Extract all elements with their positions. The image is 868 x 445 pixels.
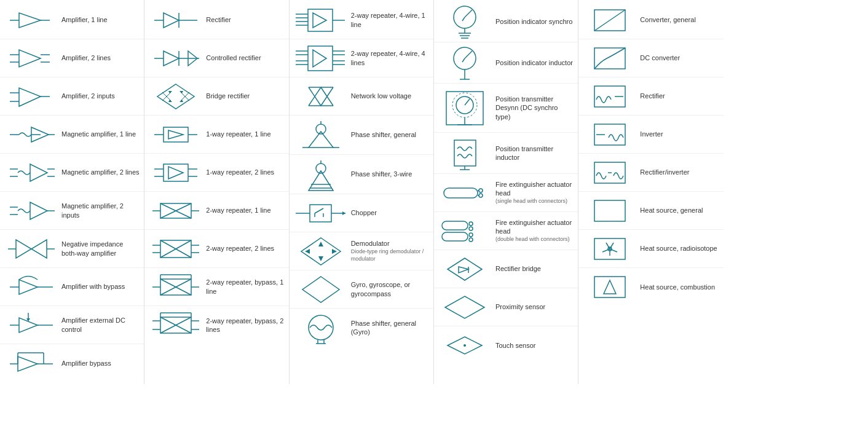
label-contrectifier: Controlled rectifier bbox=[203, 53, 285, 62]
svg-line-154 bbox=[462, 17, 465, 21]
symbol-netlowv bbox=[293, 81, 349, 112]
svg-marker-64 bbox=[168, 130, 183, 139]
list-item: Position indicator synchro bbox=[434, 1, 578, 42]
svg-line-161 bbox=[462, 58, 465, 62]
symbol-grid: Amplifier, 1 line Amplifier, 2 lines bbox=[0, 0, 868, 384]
list-item: Position transmitter Desynn (DC synchro … bbox=[434, 84, 578, 133]
list-item: Negative impedance both-way amplifier bbox=[0, 230, 144, 268]
symbol-amplifier-2inputs bbox=[4, 84, 59, 109]
symbol-magamp2in bbox=[4, 196, 59, 226]
symbol-ampdc bbox=[4, 310, 59, 341]
symbol-firesingle bbox=[438, 181, 493, 205]
list-item: Amplifier, 1 line bbox=[0, 1, 144, 39]
symbol-inverter bbox=[582, 119, 637, 150]
list-item: 2-way repeater, 2 lines bbox=[144, 230, 288, 268]
svg-line-139 bbox=[315, 208, 323, 213]
symbol-rep2w2l bbox=[148, 237, 203, 261]
list-item: Amplifier external DC control bbox=[0, 306, 144, 344]
symbol-rectifier2 bbox=[582, 81, 637, 112]
symbol-phase3w bbox=[293, 157, 349, 191]
list-item: 2-way repeater, bypass, 2 lines bbox=[144, 306, 288, 344]
symbol-magamp2 bbox=[4, 158, 59, 187]
label-heatgen: Heat source, general bbox=[637, 206, 719, 215]
svg-rect-199 bbox=[594, 200, 625, 221]
list-item: Rectifier/inverter bbox=[578, 154, 723, 192]
label-rep2wb1l: 2-way repeater, bypass, 1 line bbox=[203, 278, 285, 296]
label-rep2w4w1l: 2-way repeater, 4-wire, 1 line bbox=[349, 11, 430, 29]
svg-marker-69 bbox=[168, 167, 183, 179]
svg-marker-143 bbox=[318, 242, 323, 246]
col-4: Position indicator synchro Position indi… bbox=[434, 0, 578, 384]
label-magamp2in: Magnetic amplifier, 2 inputs bbox=[59, 202, 140, 219]
list-item: Demodulator Diode-type ring demodulator … bbox=[290, 232, 433, 270]
label-firedouble: Fire extinguisher actuator head (double … bbox=[493, 218, 574, 243]
label-rep2w4w4l: 2-way repeater, 4-wire, 4 lines bbox=[349, 49, 430, 67]
svg-marker-30 bbox=[19, 280, 37, 294]
svg-marker-144 bbox=[318, 256, 323, 261]
list-item: Heat source, general bbox=[578, 192, 723, 230]
list-item: Fire extinguisher actuator head (double … bbox=[434, 212, 578, 250]
list-item: Phase shifter, general (Gyro) bbox=[290, 309, 433, 347]
label-ampbypass: Amplifier with bypass bbox=[59, 282, 140, 291]
label-rectbridge: Rectifier bridge bbox=[493, 264, 574, 273]
symbol-contrectifier bbox=[148, 46, 203, 71]
list-item: Heat source, radioisotope bbox=[578, 230, 723, 268]
list-item: Magnetic amplifier, 2 inputs bbox=[0, 192, 144, 230]
label-rectifier: Rectifier bbox=[203, 15, 285, 24]
svg-marker-53 bbox=[157, 84, 194, 109]
svg-point-125 bbox=[316, 124, 326, 134]
symbol-heatcomb bbox=[582, 272, 637, 302]
label-amplifier-2lines: Amplifier, 2 lines bbox=[59, 53, 140, 62]
svg-rect-102 bbox=[308, 9, 333, 31]
col-1: Amplifier, 1 line Amplifier, 2 lines bbox=[0, 0, 144, 384]
label-bridgerect: Bridge rectifier bbox=[203, 92, 285, 100]
label-posdesynn: Position transmitter Desynn (DC synchro … bbox=[493, 95, 574, 121]
svg-rect-179 bbox=[442, 232, 468, 241]
label-ampbypass2: Amplifier bypass bbox=[59, 359, 140, 368]
symbol-rectbridge bbox=[438, 256, 493, 283]
symbol-firedouble bbox=[438, 218, 493, 245]
symbol-rep2wb1l bbox=[148, 273, 203, 301]
label-rep2wb2l: 2-way repeater, bypass, 2 lines bbox=[203, 317, 285, 334]
symbol-ampbypass2 bbox=[4, 347, 59, 380]
list-item: Network low voltage bbox=[290, 77, 433, 116]
symbol-phasegen bbox=[293, 118, 349, 152]
label-amplifier-2inputs: Amplifier, 2 inputs bbox=[59, 92, 140, 100]
symbol-demod bbox=[293, 235, 349, 267]
list-item: Rectifier bbox=[578, 77, 723, 116]
label-rectinv: Rectifier/inverter bbox=[637, 168, 719, 176]
symbol-rep1w2l bbox=[148, 160, 203, 185]
symbol-possynchro bbox=[438, 4, 493, 39]
svg-marker-147 bbox=[302, 277, 339, 302]
col-3: 2-way repeater, 4-wire, 1 line bbox=[290, 0, 434, 384]
label-phase3w: Phase shifter, 3-wire bbox=[349, 170, 430, 178]
label-amplifier-1line: Amplifier, 1 line bbox=[59, 15, 140, 24]
label-phasegen: Phase shifter, general bbox=[349, 130, 430, 139]
symbol-rep1w1l bbox=[148, 122, 203, 147]
symbol-rep2w4w1l bbox=[293, 6, 349, 35]
list-item: Fire extinguisher actuator head (single … bbox=[434, 174, 578, 212]
list-item: Bridge rectifier bbox=[144, 77, 288, 116]
svg-marker-187 bbox=[445, 296, 484, 318]
list-item: Amplifier, 2 lines bbox=[0, 39, 144, 77]
label-rectifier2: Rectifier bbox=[637, 92, 719, 100]
svg-point-148 bbox=[309, 315, 333, 340]
list-item: Phase shifter, 3-wire bbox=[290, 155, 433, 194]
label-postranind: Position transmitter inductor bbox=[493, 144, 574, 162]
symbol-amplifier-2lines bbox=[4, 46, 59, 71]
svg-marker-18 bbox=[30, 164, 47, 181]
svg-point-174 bbox=[479, 189, 483, 192]
list-item: Heat source, combustion bbox=[578, 268, 723, 306]
label-dcconv: DC converter bbox=[637, 53, 719, 62]
svg-point-183 bbox=[469, 238, 473, 242]
svg-rect-170 bbox=[454, 140, 476, 166]
svg-marker-5 bbox=[19, 50, 41, 67]
svg-marker-184 bbox=[448, 258, 482, 280]
list-item: Touch sensor bbox=[434, 326, 578, 364]
svg-marker-27 bbox=[31, 240, 47, 258]
label-rep1w2l: 1-way repeater, 2 lines bbox=[203, 168, 285, 176]
label-gyro: Gyro, gyroscope, or gyrocompass bbox=[349, 280, 430, 298]
list-item: Chopper bbox=[290, 194, 433, 232]
svg-point-182 bbox=[469, 233, 473, 237]
list-item: Phase shifter, general bbox=[290, 116, 433, 155]
